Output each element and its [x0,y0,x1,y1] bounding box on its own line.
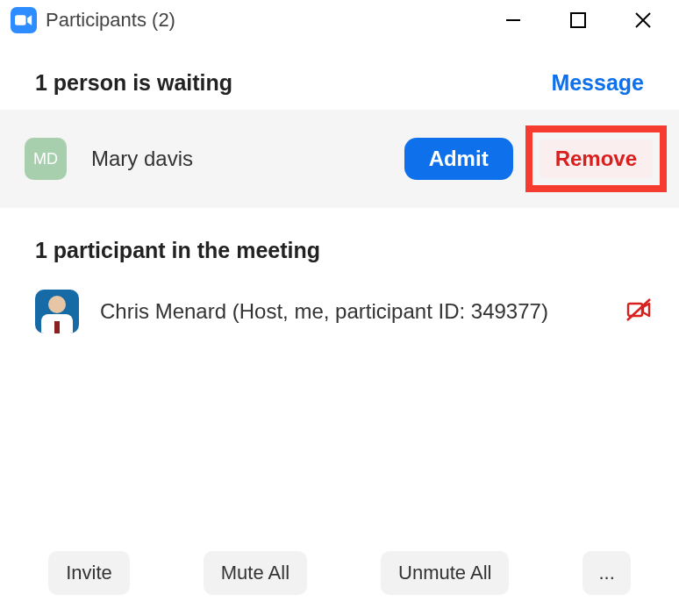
participant-name: Chris Menard (Host, me, participant ID: … [100,299,625,324]
svg-rect-0 [15,15,26,25]
invite-button[interactable]: Invite [48,551,130,595]
spacer [0,346,679,535]
admit-button[interactable]: Admit [404,138,513,180]
maximize-button[interactable] [565,7,591,33]
camera-off-icon [625,296,653,327]
avatar-initials: MD [25,138,67,180]
svg-line-6 [627,299,650,320]
waiting-participant-name: Mary davis [91,147,404,171]
minimize-button[interactable] [500,7,526,33]
unmute-all-button[interactable]: Unmute All [381,551,509,595]
waiting-participant-row: MD Mary davis Admit Remove [0,110,679,208]
waiting-room-title: 1 person is waiting [35,70,232,96]
waiting-room-header: 1 person is waiting Message [0,40,679,110]
window-controls [500,7,656,33]
footer-bar: Invite Mute All Unmute All ... [0,535,679,616]
more-button[interactable]: ... [583,551,630,595]
content-area: 1 person is waiting Message MD Mary davi… [0,40,679,616]
close-button[interactable] [630,7,656,33]
message-link[interactable]: Message [551,70,644,96]
avatar-photo [35,290,79,333]
titlebar: Participants (2) [0,0,679,40]
zoom-app-icon [11,7,37,33]
remove-button[interactable]: Remove [540,140,653,178]
remove-highlight-box: Remove [525,125,667,192]
meeting-section-title: 1 participant in the meeting [0,208,679,277]
svg-rect-2 [571,13,585,27]
mute-all-button[interactable]: Mute All [204,551,307,595]
participant-row: Chris Menard (Host, me, participant ID: … [0,277,679,346]
window-title: Participants (2) [46,9,500,32]
